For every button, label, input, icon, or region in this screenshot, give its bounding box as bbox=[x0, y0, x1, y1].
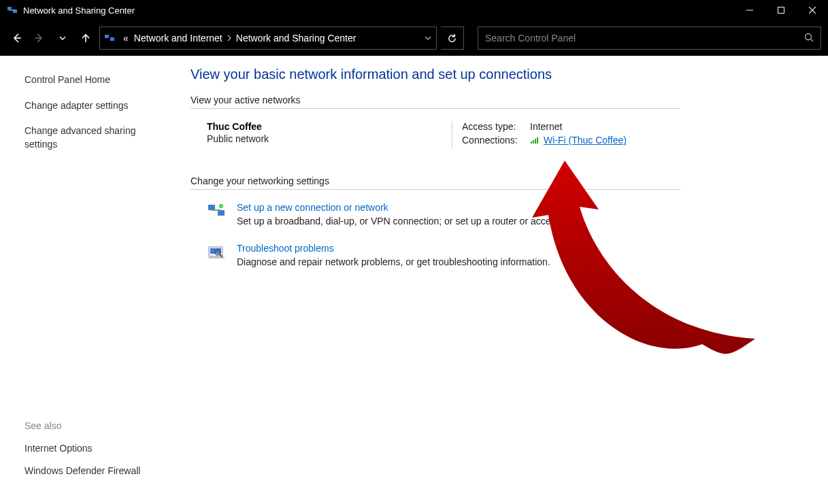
window-title: Network and Sharing Center bbox=[23, 5, 734, 16]
troubleshoot-link[interactable]: Troubleshoot problems bbox=[237, 243, 550, 254]
access-type-value: Internet bbox=[530, 121, 562, 132]
active-network-block: Thuc Coffee Public network Access type: … bbox=[191, 121, 680, 148]
svg-rect-2 bbox=[778, 7, 784, 14]
sidebar-firewall[interactable]: Windows Defender Firewall bbox=[24, 465, 171, 494]
search-input[interactable] bbox=[485, 33, 804, 44]
maximize-button[interactable] bbox=[765, 0, 797, 20]
breadcrumb-dropdown[interactable] bbox=[420, 35, 436, 41]
minimize-button[interactable] bbox=[734, 0, 765, 20]
network-info-right: Access type: Internet Connections: Wi-Fi… bbox=[462, 121, 680, 148]
active-networks-header: View your active networks bbox=[191, 95, 680, 109]
svg-rect-11 bbox=[218, 210, 225, 216]
search-box[interactable] bbox=[478, 27, 821, 50]
app-icon bbox=[7, 5, 18, 16]
forward-button[interactable] bbox=[30, 29, 49, 48]
vertical-divider bbox=[452, 121, 452, 148]
svg-rect-8 bbox=[535, 139, 536, 144]
see-also-heading: See also bbox=[24, 420, 171, 435]
troubleshoot-icon bbox=[207, 244, 229, 267]
connections-label: Connections: bbox=[462, 135, 530, 146]
sidebar: Control Panel Home Change adapter settin… bbox=[0, 56, 171, 504]
network-info-left: Thuc Coffee Public network bbox=[207, 121, 452, 148]
svg-rect-9 bbox=[537, 137, 538, 144]
refresh-button[interactable] bbox=[441, 27, 464, 50]
setup-connection-link[interactable]: Set up a new connection or network bbox=[237, 202, 586, 213]
setup-connection-icon bbox=[207, 203, 229, 226]
window-controls bbox=[734, 0, 828, 20]
svg-rect-4 bbox=[110, 37, 114, 41]
connection-link[interactable]: Wi-Fi (Thuc Coffee) bbox=[544, 135, 627, 146]
sidebar-change-adapter[interactable]: Change adapter settings bbox=[24, 99, 171, 113]
search-icon[interactable] bbox=[804, 33, 814, 44]
breadcrumb[interactable]: « Network and Internet Network and Shari… bbox=[99, 27, 437, 50]
breadcrumb-icon bbox=[103, 33, 116, 44]
content-area: Control Panel Home Change adapter settin… bbox=[0, 56, 828, 504]
main-panel: View your basic network information and … bbox=[171, 56, 828, 504]
access-type-label: Access type: bbox=[462, 121, 530, 132]
recent-dropdown-button[interactable] bbox=[53, 29, 72, 48]
title-bar: Network and Sharing Center bbox=[0, 0, 828, 20]
breadcrumb-seg-network-internet[interactable]: Network and Internet bbox=[131, 33, 225, 44]
breadcrumb-prefix[interactable]: « bbox=[120, 33, 131, 44]
sidebar-internet-options[interactable]: Internet Options bbox=[24, 442, 171, 456]
wifi-signal-icon bbox=[530, 136, 540, 144]
sidebar-change-advanced[interactable]: Change advanced sharing settings bbox=[24, 124, 154, 151]
settings-list: Set up a new connection or network Set u… bbox=[191, 202, 708, 267]
troubleshoot-item: Troubleshoot problems Diagnose and repai… bbox=[191, 243, 708, 267]
svg-point-5 bbox=[806, 33, 812, 39]
svg-rect-10 bbox=[208, 205, 215, 210]
svg-rect-0 bbox=[7, 7, 12, 10]
back-button[interactable] bbox=[7, 29, 26, 48]
close-button[interactable] bbox=[797, 0, 828, 20]
change-settings-header: Change your networking settings bbox=[191, 175, 680, 190]
svg-rect-3 bbox=[105, 35, 109, 38]
setup-connection-desc: Set up a broadband, dial-up, or VPN conn… bbox=[237, 216, 586, 226]
nav-bar: « Network and Internet Network and Shari… bbox=[0, 20, 828, 56]
breadcrumb-seg-sharing-center[interactable]: Network and Sharing Center bbox=[233, 33, 359, 44]
sidebar-control-panel-home[interactable]: Control Panel Home bbox=[24, 73, 171, 87]
svg-rect-7 bbox=[533, 140, 534, 144]
chevron-right-icon bbox=[225, 33, 233, 44]
up-button[interactable] bbox=[76, 29, 95, 48]
page-heading: View your basic network information and … bbox=[191, 67, 787, 82]
network-name: Thuc Coffee bbox=[207, 121, 452, 132]
network-type: Public network bbox=[207, 133, 452, 144]
svg-rect-6 bbox=[531, 141, 532, 144]
setup-connection-item: Set up a new connection or network Set u… bbox=[191, 202, 708, 226]
troubleshoot-desc: Diagnose and repair network problems, or… bbox=[237, 256, 550, 267]
